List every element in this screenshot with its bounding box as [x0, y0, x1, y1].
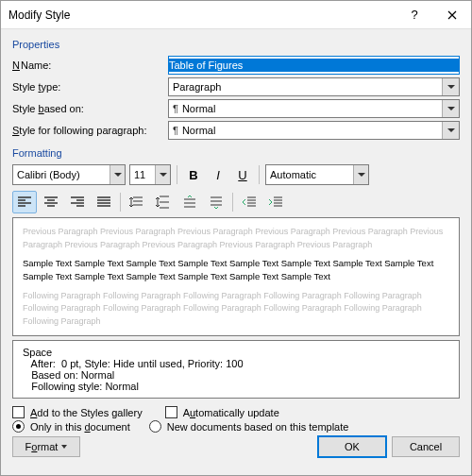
new-docs-radio[interactable]	[149, 420, 161, 433]
font-name-combo[interactable]: Calibri (Body)	[12, 164, 126, 185]
chevron-down-icon	[61, 445, 67, 449]
auto-update-label: Automatically update	[183, 407, 279, 418]
spacing-expand-button[interactable]	[151, 191, 176, 213]
chevron-down-icon	[442, 78, 459, 95]
following-label: Style for following paragraph:	[12, 125, 168, 136]
basedon-combo[interactable]: ¶Normal	[168, 99, 460, 118]
ok-button[interactable]: OK	[318, 436, 386, 457]
format-button[interactable]: Format	[12, 436, 80, 457]
add-to-gallery-checkbox[interactable]	[12, 406, 25, 418]
italic-button[interactable]: I	[208, 164, 228, 185]
preview-following: Following Paragraph Following Paragraph …	[23, 290, 449, 329]
align-center-button[interactable]	[39, 191, 63, 213]
preview-box: Previous Paragraph Previous Paragraph Pr…	[12, 217, 460, 336]
space-after-button[interactable]	[204, 191, 228, 213]
font-size-combo[interactable]: 11	[129, 164, 171, 185]
cancel-button[interactable]: Cancel	[392, 436, 460, 457]
preview-sample: Sample Text Sample Text Sample Text Samp…	[23, 257, 449, 284]
chevron-down-icon	[442, 122, 459, 139]
auto-update-checkbox[interactable]	[165, 406, 177, 418]
chevron-down-icon	[442, 100, 459, 117]
space-before-button[interactable]	[177, 191, 202, 213]
style-description: Space After: 0 pt, Style: Hide until use…	[12, 340, 460, 399]
help-button[interactable]: ?	[396, 1, 433, 29]
preview-previous: Previous Paragraph Previous Paragraph Pr…	[23, 226, 449, 251]
only-this-doc-label: Only in this document	[30, 421, 130, 433]
name-label: NName:	[12, 60, 168, 71]
basedon-label: Style based on:	[12, 103, 168, 114]
underline-button[interactable]: U	[232, 164, 253, 185]
close-icon	[447, 10, 457, 20]
increase-indent-button[interactable]	[263, 191, 288, 213]
spacing-single-button[interactable]	[125, 191, 149, 213]
font-color-combo[interactable]: Automatic	[265, 164, 369, 185]
add-to-gallery-label: Add to the Styles gallery	[30, 407, 143, 418]
styletype-combo[interactable]: Paragraph	[168, 77, 460, 96]
formatting-label: Formatting	[12, 147, 460, 159]
align-right-button[interactable]	[65, 191, 90, 213]
only-this-doc-radio[interactable]	[12, 420, 25, 433]
dialog-title: Modify Style	[8, 8, 396, 22]
modify-style-dialog: Modify Style ? Properties NName: Table o…	[0, 0, 472, 476]
properties-label: Properties	[12, 39, 460, 50]
close-button[interactable]	[433, 1, 471, 29]
decrease-indent-button[interactable]	[237, 191, 261, 213]
styletype-label: Style type:	[12, 81, 168, 93]
align-left-button[interactable]	[12, 191, 37, 213]
title-bar: Modify Style ?	[1, 1, 471, 29]
name-input[interactable]: Table of Figures	[168, 56, 460, 75]
new-docs-label: New documents based on this template	[167, 421, 349, 433]
align-justify-button[interactable]	[92, 191, 116, 213]
bold-button[interactable]: B	[183, 164, 204, 185]
following-combo[interactable]: ¶Normal	[168, 121, 460, 140]
